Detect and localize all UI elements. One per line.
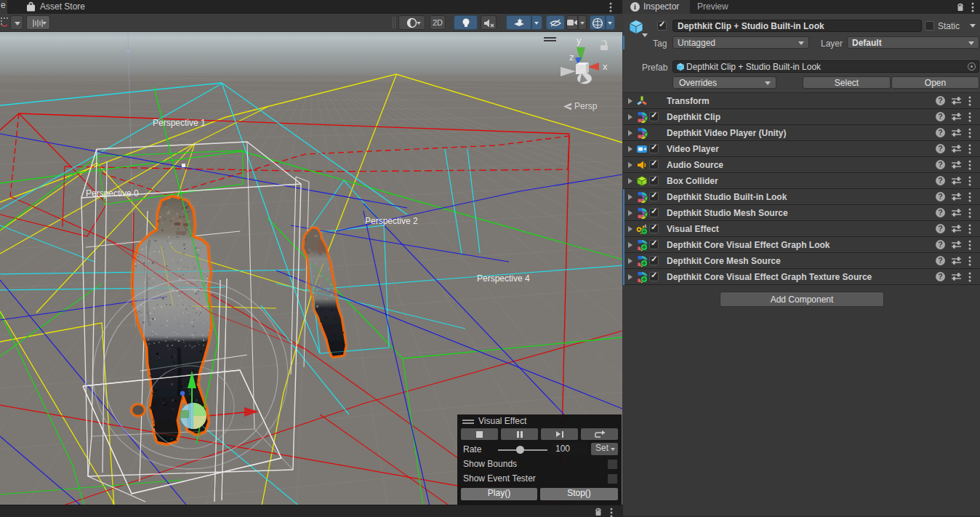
svg-text:y: y [577, 35, 582, 46]
svg-text:Perspective 1: Perspective 1 [153, 118, 206, 128]
svg-text:Perspective 4: Perspective 4 [477, 273, 530, 284]
svg-text:z: z [569, 52, 574, 63]
svg-text:x: x [603, 61, 608, 72]
svg-text:Perspective 0: Perspective 0 [86, 188, 139, 199]
svg-text:Perspective 2: Perspective 2 [365, 216, 418, 226]
svg-text:Persp: Persp [574, 101, 598, 111]
